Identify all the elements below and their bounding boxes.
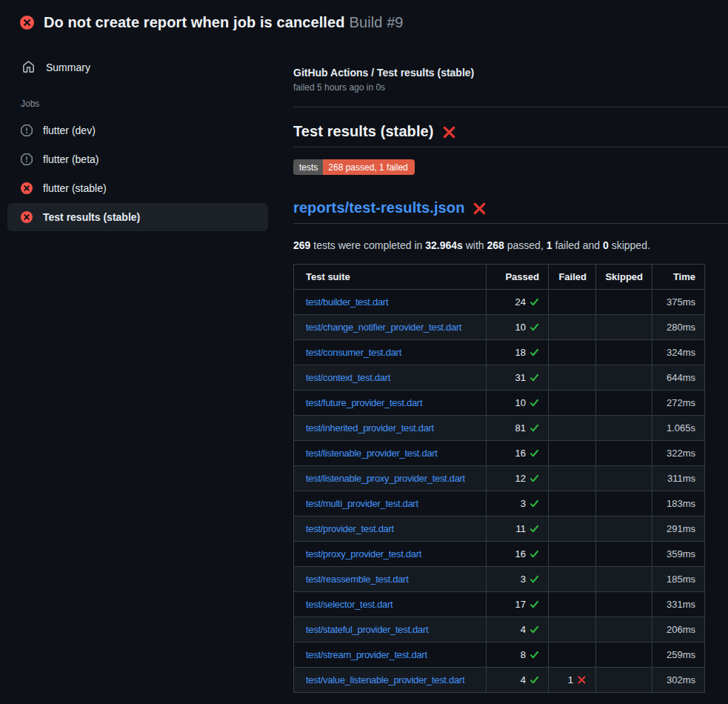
suite-link[interactable]: test/inherited_provider_test.dart (306, 422, 434, 434)
passed-cell: 12 (487, 466, 549, 491)
skipped-cell (596, 391, 652, 416)
sidebar: Summary Jobs flutter (dev) flutter (beta… (0, 40, 281, 232)
failed-cell: 1 (549, 668, 596, 693)
sidebar-item-flutter-stable[interactable]: flutter (stable) (7, 174, 268, 202)
suite-link[interactable]: test/consumer_test.dart (306, 347, 401, 358)
passed-cell: 81 (487, 416, 549, 441)
jobs-nav: flutter (dev) flutter (beta) flutter (st… (21, 116, 261, 231)
passed-cell: 10 (487, 315, 549, 340)
total-duration: 32.964s (425, 239, 463, 251)
page-title: Do not create report when job is cancell… (44, 14, 404, 31)
passed-cell: 3 (487, 491, 549, 517)
suite-link[interactable]: test/proxy_provider_test.dart (306, 548, 421, 559)
suite-link[interactable]: test/multi_provider_test.dart (306, 498, 418, 509)
time-cell: 331ms (652, 592, 705, 617)
sidebar-item-flutter-dev[interactable]: flutter (dev) (7, 116, 268, 145)
time-cell: 644ms (652, 365, 705, 391)
time-cell: 302ms (652, 668, 705, 693)
suite-link[interactable]: test/listenable_provider_test.dart (306, 448, 438, 459)
passed-cell: 10 (487, 391, 549, 416)
x-icon (577, 675, 587, 685)
passed-cell: 24 (487, 290, 549, 315)
stop-icon (21, 153, 33, 165)
suite-cell: test/stream_provider_test.dart (294, 642, 487, 668)
summary-label: Summary (46, 62, 90, 73)
skipped-cell (596, 290, 652, 315)
suite-cell: test/future_provider_test.dart (294, 391, 487, 416)
x-circle-icon (21, 182, 33, 194)
check-icon (530, 650, 539, 660)
table-row: test/stream_provider_test.dart 8 259ms (294, 642, 705, 668)
table-row: test/builder_test.dart 24 375ms (294, 290, 705, 315)
suite-cell: test/selector_test.dart (294, 592, 487, 617)
col-test-suite: Test suite (294, 265, 487, 290)
time-cell: 322ms (652, 441, 705, 466)
skipped-cell (596, 668, 652, 693)
sidebar-item-flutter-beta[interactable]: flutter (beta) (7, 145, 268, 173)
suite-link[interactable]: test/selector_test.dart (306, 599, 393, 610)
table-row: test/provider_test.dart 11 291ms (294, 517, 705, 542)
suite-link[interactable]: test/provider_test.dart (306, 523, 394, 534)
failed-cell (549, 642, 596, 668)
table-row: test/change_notifier_provider_test.dart … (294, 315, 705, 340)
col-failed: Failed (549, 265, 596, 290)
skipped-cell (596, 441, 652, 466)
suite-cell: test/reassemble_test.dart (294, 567, 487, 592)
suite-link[interactable]: test/context_test.dart (306, 372, 390, 383)
time-cell: 206ms (652, 617, 705, 642)
suite-link[interactable]: test/stream_provider_test.dart (306, 649, 427, 660)
table-row: test/selector_test.dart 17 331ms (294, 592, 705, 617)
failed-cell (549, 491, 596, 517)
suite-link[interactable]: test/change_notifier_provider_test.dart (306, 322, 461, 333)
time-cell: 291ms (652, 517, 705, 542)
table-row: test/value_listenable_provider_test.dart… (294, 668, 705, 693)
job-label: flutter (beta) (43, 153, 98, 165)
sidebar-item-summary[interactable]: Summary (21, 58, 261, 76)
stop-icon (21, 124, 33, 136)
check-icon (530, 297, 539, 307)
total-tests: 269 (293, 239, 310, 251)
report-file-link[interactable]: reports/test-results.json (293, 199, 464, 216)
skipped-count: 0 (603, 239, 609, 251)
results-table-body: test/builder_test.dart 24 375ms test/cha… (294, 290, 705, 693)
failed-count: 1 (547, 239, 552, 251)
job-label: flutter (dev) (43, 124, 96, 136)
time-cell: 272ms (652, 391, 705, 416)
table-row: test/future_provider_test.dart 10 272ms (294, 391, 705, 416)
table-row: test/listenable_proxy_provider_test.dart… (294, 466, 705, 491)
suite-link[interactable]: test/future_provider_test.dart (306, 397, 422, 408)
suite-link[interactable]: test/builder_test.dart (306, 296, 388, 308)
suite-cell: test/consumer_test.dart (294, 340, 487, 365)
skipped-cell (596, 592, 652, 617)
check-icon (530, 448, 539, 458)
suite-cell: test/provider_test.dart (294, 517, 487, 542)
report-heading: reports/test-results.json (293, 199, 728, 224)
failed-x-icon (442, 125, 456, 139)
passed-cell: 16 (487, 441, 549, 466)
skipped-cell (596, 340, 652, 365)
section-title: Test results (stable) (293, 123, 434, 140)
time-cell: 311ms (652, 466, 705, 491)
suite-link[interactable]: test/reassemble_test.dart (306, 574, 408, 585)
skipped-cell (596, 315, 652, 340)
check-icon (530, 524, 539, 534)
suite-link[interactable]: test/listenable_proxy_provider_test.dart (306, 473, 465, 484)
run-header: Do not create report when job is cancell… (0, 0, 728, 40)
suite-link[interactable]: test/value_listenable_provider_test.dart (306, 674, 464, 685)
passed-cell: 11 (487, 517, 549, 542)
suite-cell: test/change_notifier_provider_test.dart (294, 315, 487, 340)
passed-cell: 3 (487, 567, 549, 592)
skipped-cell (596, 466, 652, 491)
failed-cell (549, 315, 596, 340)
jobs-section-label: Jobs (21, 99, 261, 109)
failed-cell (549, 542, 596, 567)
suite-cell: test/multi_provider_test.dart (294, 491, 487, 517)
failed-cell (549, 365, 596, 391)
run-status-line: failed 5 hours ago in 0s (293, 82, 728, 93)
time-cell: 359ms (652, 542, 705, 567)
time-cell: 183ms (652, 491, 705, 517)
suite-link[interactable]: test/stateful_provider_test.dart (306, 624, 428, 635)
sidebar-item-test-results-stable[interactable]: Test results (stable) (7, 203, 268, 231)
skipped-cell (596, 491, 652, 517)
results-table: Test suite Passed Failed Skipped Time te… (293, 264, 705, 693)
